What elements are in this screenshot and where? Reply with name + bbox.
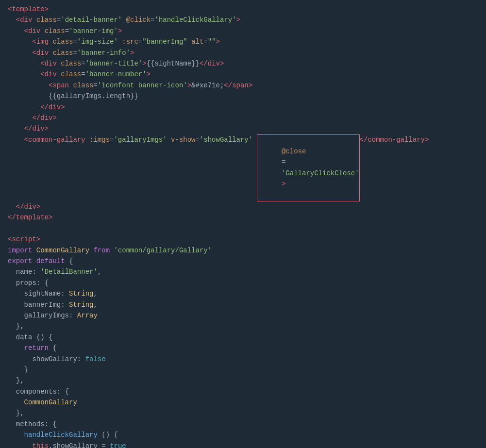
code-line-9: {{gallaryImgs.length}} (0, 91, 486, 101)
code-line-29: } (0, 365, 486, 375)
code-line-4: <img class = 'img-size' :src = "bannerIm… (0, 36, 486, 47)
code-line-18: import CommonGallary from 'common/gallar… (0, 245, 486, 256)
code-line-5: <div class = 'banner-info' > (0, 48, 486, 58)
code-line-10: </div> (0, 102, 486, 113)
code-line-6: <div class = 'banner-title' > {{sightNam… (0, 58, 486, 69)
code-line-30: }, (0, 375, 486, 386)
code-line-1: <template> (0, 4, 486, 15)
code-line-15: </template> (0, 212, 486, 223)
code-line-17: <script> (0, 234, 486, 245)
code-line-3: <div class = 'banner-img' > (0, 26, 486, 36)
code-line-36: this . showGallary = true (0, 441, 486, 448)
code-editor: <template> <div class = 'detail-banner' … (0, 0, 486, 448)
code-line-14: </div> (0, 201, 486, 212)
code-line-8: <span class = 'iconfont banner-icon' > &… (0, 80, 486, 91)
code-line-23: bannerImg : String , (0, 299, 486, 310)
code-line-20: name : 'DetailBanner' , (0, 266, 486, 277)
code-line-26: data () { (0, 332, 486, 343)
code-line-11: </div> (0, 113, 486, 123)
code-line-33: }, (0, 408, 486, 418)
code-line-32: CommonGallary (0, 397, 486, 408)
code-line-21: props : { (0, 278, 486, 288)
code-line-22: sightName : String , (0, 288, 486, 299)
code-line-25: }, (0, 321, 486, 332)
code-line-34: methods : { (0, 419, 486, 430)
code-line-12: </div> (0, 123, 486, 134)
code-line-31: components : { (0, 386, 486, 397)
code-line-16 (0, 223, 486, 234)
highlight-close-attr: @close = 'GallaryClickClose' > (257, 134, 360, 201)
code-line-2: <div class = 'detail-banner' @click = 'h… (0, 15, 486, 25)
code-line-24: gallaryImgs : Array (0, 310, 486, 321)
code-line-19: export default { (0, 256, 486, 266)
code-line-13: <common-gallary :imgs = 'gallaryImgs' v-… (0, 134, 486, 201)
code-line-27: return { (0, 343, 486, 353)
code-line-28: showGallary : false (0, 354, 486, 365)
code-line-7: <div class = 'banner-number' > (0, 69, 486, 80)
code-line-35: handleClickGallary () { (0, 430, 486, 440)
tag-template-open: <template> (8, 4, 49, 15)
